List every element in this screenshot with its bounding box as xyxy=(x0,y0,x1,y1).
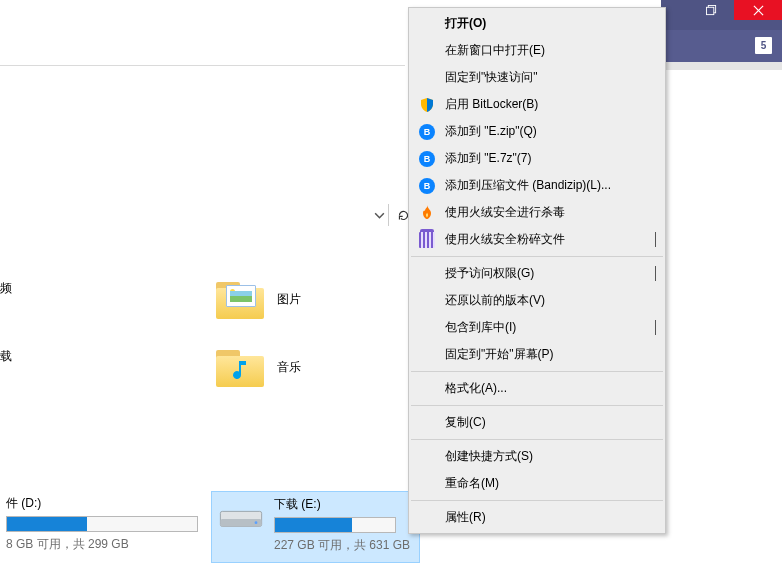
cm-label: 固定到"开始"屏幕(P) xyxy=(445,346,554,363)
cm-open-new-window[interactable]: 在新窗口中打开(E) xyxy=(410,37,664,64)
separator xyxy=(411,405,663,406)
cm-label: 在新窗口中打开(E) xyxy=(445,42,545,59)
cm-pin-start[interactable]: 固定到"开始"屏幕(P) xyxy=(410,341,664,368)
gray-strip xyxy=(661,62,782,70)
address-dropdown-button[interactable] xyxy=(370,204,389,226)
cm-huorong-scan[interactable]: 使用火绒安全进行杀毒 xyxy=(410,199,664,226)
cm-create-shortcut[interactable]: 创建快捷方式(S) xyxy=(410,443,664,470)
drive-label: 下载 (E:) xyxy=(274,496,410,513)
toolbar-divider xyxy=(0,65,405,66)
cm-copy[interactable]: 复制(C) xyxy=(410,409,664,436)
bandizip-icon: B xyxy=(418,177,436,195)
chevron-right-icon xyxy=(655,321,656,335)
folder-music[interactable]: 音乐 xyxy=(216,347,301,387)
separator xyxy=(411,439,663,440)
cm-add-compress[interactable]: B 添加到压缩文件 (Bandizip)(L)... xyxy=(410,172,664,199)
sidebar-item-truncated-1[interactable]: 频 xyxy=(0,280,12,297)
cm-label: 属性(R) xyxy=(445,509,486,526)
cm-restore-prev[interactable]: 还原以前的版本(V) xyxy=(410,287,664,314)
cm-bitlocker[interactable]: 启用 BitLocker(B) xyxy=(410,91,664,118)
drive-context-menu: 打开(O) 在新窗口中打开(E) 固定到"快速访问" 启用 BitLocker(… xyxy=(408,7,666,534)
restore-icon xyxy=(706,5,717,16)
drive-caption: 8 GB 可用，共 299 GB xyxy=(6,536,204,553)
cm-rename[interactable]: 重命名(M) xyxy=(410,470,664,497)
cm-label: 创建快捷方式(S) xyxy=(445,448,533,465)
folder-pictures[interactable]: 图片 xyxy=(216,279,301,319)
separator xyxy=(411,371,663,372)
cm-label: 固定到"快速访问" xyxy=(445,69,538,86)
bandizip-icon: B xyxy=(418,123,436,141)
chevron-right-icon xyxy=(655,267,656,281)
drive-label: 件 (D:) xyxy=(6,495,204,512)
cm-label: 复制(C) xyxy=(445,414,486,431)
cm-label: 添加到 "E.7z"(7) xyxy=(445,150,532,167)
cm-include-library[interactable]: 包含到库中(I) xyxy=(410,314,664,341)
bandizip-icon: B xyxy=(418,150,436,168)
title-bar-right xyxy=(661,0,782,30)
svg-point-6 xyxy=(255,521,258,524)
cm-label: 添加到压缩文件 (Bandizip)(L)... xyxy=(445,177,611,194)
cm-add-7z[interactable]: B 添加到 "E.7z"(7) xyxy=(410,145,664,172)
folder-label: 音乐 xyxy=(277,359,301,376)
cm-label: 包含到库中(I) xyxy=(445,319,516,336)
cm-add-zip[interactable]: B 添加到 "E.zip"(Q) xyxy=(410,118,664,145)
cm-pin-quick-access[interactable]: 固定到"快速访问" xyxy=(410,64,664,91)
cm-format[interactable]: 格式化(A)... xyxy=(410,375,664,402)
cm-grant-access[interactable]: 授予访问权限(G) xyxy=(410,260,664,287)
cm-label: 使用火绒安全粉碎文件 xyxy=(445,231,565,248)
cm-label: 还原以前的版本(V) xyxy=(445,292,545,309)
hard-drive-icon xyxy=(218,502,264,532)
flame-icon xyxy=(418,204,436,222)
cm-label: 授予访问权限(G) xyxy=(445,265,534,282)
close-icon xyxy=(753,5,764,16)
usage-fill xyxy=(7,517,87,531)
chevron-right-icon xyxy=(655,233,656,247)
cm-label: 打开(O) xyxy=(445,15,486,32)
close-button[interactable] xyxy=(734,0,782,20)
cm-label: 格式化(A)... xyxy=(445,380,507,397)
drive-caption: 227 GB 可用，共 631 GB xyxy=(274,537,410,554)
cm-open[interactable]: 打开(O) xyxy=(410,10,664,37)
folder-label: 图片 xyxy=(277,291,301,308)
shredder-icon xyxy=(418,231,436,249)
count-badge: 5 xyxy=(755,37,772,54)
cm-huorong-shred[interactable]: 使用火绒安全粉碎文件 xyxy=(410,226,664,253)
sidebar-item-truncated-2[interactable]: 载 xyxy=(0,348,12,365)
chevron-down-icon xyxy=(373,209,386,222)
svg-rect-1 xyxy=(706,7,713,14)
usage-bar xyxy=(274,517,396,533)
usage-fill xyxy=(275,518,352,532)
drive-d[interactable]: 件 (D:) 8 GB 可用，共 299 GB xyxy=(0,491,210,561)
separator xyxy=(411,256,663,257)
shield-icon xyxy=(418,96,436,114)
drive-e[interactable]: 下载 (E:) 227 GB 可用，共 631 GB xyxy=(211,491,420,563)
cm-label: 启用 BitLocker(B) xyxy=(445,96,538,113)
cm-properties[interactable]: 属性(R) xyxy=(410,504,664,531)
restore-button[interactable] xyxy=(689,0,734,20)
folder-icon xyxy=(216,279,264,319)
usage-bar xyxy=(6,516,198,532)
separator xyxy=(411,500,663,501)
cm-label: 使用火绒安全进行杀毒 xyxy=(445,204,565,221)
music-note-icon xyxy=(227,357,251,383)
cm-label: 添加到 "E.zip"(Q) xyxy=(445,123,537,140)
cm-label: 重命名(M) xyxy=(445,475,499,492)
folder-icon xyxy=(216,347,264,387)
